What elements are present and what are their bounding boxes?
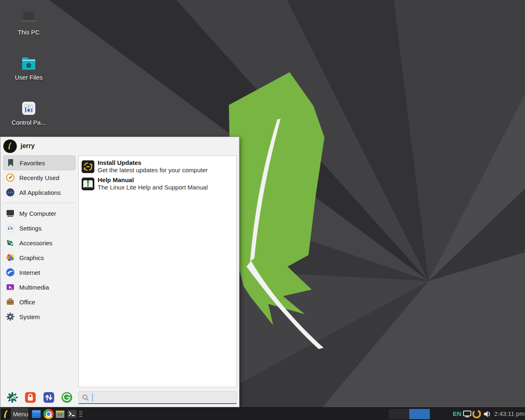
- user-avatar[interactable]: [3, 139, 17, 153]
- internet-globe-icon: [6, 268, 15, 277]
- sidebar-item-office[interactable]: Office: [3, 294, 75, 309]
- sidebar-item-multimedia[interactable]: Multimedia: [3, 280, 75, 294]
- sidebar-item-label: Recently Used: [19, 174, 59, 181]
- menu-header: jerry: [0, 137, 239, 155]
- sidebar-separator: [4, 203, 75, 203]
- desktop: This PC User Files Control Pa...: [0, 0, 525, 420]
- switch-user-button switch-arrows-icon[interactable]: [43, 392, 55, 403]
- whisker-menu: jerry Favorites Recently Used: [0, 137, 240, 407]
- sidebar-item-label: Multimedia: [19, 284, 49, 291]
- text-caret: [92, 393, 93, 402]
- sidebar-item-label: Graphics: [19, 254, 44, 261]
- graphics-icon: [6, 253, 15, 262]
- monitor-icon[interactable]: [463, 409, 472, 419]
- menu-apps-pane: Install Updates Get the latest updates f…: [78, 155, 237, 387]
- apps-grid-icon: [6, 188, 15, 197]
- desktop-icon-label: This PC: [6, 29, 51, 36]
- control-panel-sliders-icon: [20, 99, 38, 117]
- sidebar-item-favorites[interactable]: Favorites: [3, 155, 75, 170]
- desktop-icon-label: Control Pa...: [6, 119, 51, 126]
- speaker-icon[interactable]: [483, 409, 491, 419]
- computer-icon: [6, 209, 15, 218]
- clock-icon: [6, 173, 15, 182]
- search-bar[interactable]: [78, 391, 237, 404]
- taskbar-menu-button[interactable]: Menu: [0, 408, 29, 420]
- clock[interactable]: 2:43:11 pm: [494, 410, 525, 417]
- menu-sidebar: Favorites Recently Used All Applications: [0, 155, 78, 407]
- briefcase-icon: [6, 297, 15, 306]
- sidebar-item-label: All Applications: [19, 189, 61, 196]
- sidebar-item-label: System: [19, 313, 40, 320]
- app-title: Install Updates: [98, 159, 208, 167]
- desktop-icon-control-panel[interactable]: Control Pa...: [6, 99, 51, 126]
- desktop-icon-this-pc[interactable]: This PC: [6, 9, 51, 36]
- install-updates-icon: [81, 160, 95, 173]
- taskbar: Menu: [0, 407, 525, 420]
- bookmark-icon: [6, 158, 15, 167]
- app-subtitle: The Linux Lite Help and Support Manual: [98, 184, 208, 191]
- sidebar-item-all-applications[interactable]: All Applications: [3, 185, 75, 200]
- sidebar-item-label: Accessories: [19, 240, 52, 247]
- file-manager-icon[interactable]: [31, 409, 41, 419]
- multimedia-icon: [6, 283, 15, 292]
- app-title: Help Manual: [98, 176, 208, 184]
- workspace-1-active[interactable]: [409, 409, 430, 419]
- quit-button power-restart-icon[interactable]: [61, 392, 73, 403]
- app-subtitle: Get the latest updates for your computer: [98, 167, 208, 174]
- menu-button-label: Menu: [13, 411, 28, 418]
- linuxlite-feather-icon: [2, 410, 9, 419]
- home-folder-icon: [20, 54, 38, 72]
- desktop-icon-user-files[interactable]: User Files: [6, 54, 51, 81]
- sidebar-item-system[interactable]: System: [3, 309, 75, 324]
- lock-screen-button lock-icon[interactable]: [25, 392, 36, 403]
- app-item-install-updates[interactable]: Install Updates Get the latest updates f…: [80, 158, 235, 175]
- sidebar-item-settings[interactable]: Settings: [3, 221, 75, 235]
- sidebar-item-label: Internet: [19, 269, 40, 276]
- sidebar-item-label: Office: [19, 299, 35, 306]
- sidebar-item-graphics[interactable]: Graphics: [3, 250, 75, 265]
- sidebar-item-internet[interactable]: Internet: [3, 265, 75, 280]
- help-manual-icon: [81, 177, 95, 191]
- archive-box-icon[interactable]: [55, 409, 65, 419]
- sidebar-item-recently-used[interactable]: Recently Used: [3, 170, 75, 185]
- menu-actions: [0, 390, 78, 406]
- sidebar-item-my-computer[interactable]: My Computer: [3, 206, 75, 221]
- settings-manager-button gear-wrench-icon[interactable]: [7, 392, 18, 403]
- sidebar-item-label: Settings: [19, 225, 41, 232]
- terminal-icon[interactable]: [67, 409, 77, 419]
- update-arrows-icon[interactable]: [472, 409, 482, 419]
- sidebar-item-accessories[interactable]: Accessories: [3, 235, 75, 250]
- app-item-help-manual[interactable]: Help Manual The Linux Lite Help and Supp…: [80, 175, 235, 192]
- list-lines-icon[interactable]: [78, 409, 84, 419]
- sidebar-item-label: Favorites: [20, 160, 45, 167]
- gear-icon: [6, 312, 15, 321]
- chrome-icon[interactable]: [43, 409, 54, 419]
- desktop-icon-label: User Files: [6, 74, 51, 81]
- accessories-icon: [6, 238, 15, 247]
- sidebar-item-label: My Computer: [19, 210, 56, 217]
- search-icon: [82, 394, 89, 401]
- feather-avatar-icon: [6, 142, 15, 151]
- keyboard-layout-indicator[interactable]: EN: [453, 410, 461, 417]
- settings-sliders-icon: [6, 224, 15, 233]
- laptop-icon: [20, 9, 38, 27]
- username: jerry: [21, 142, 35, 150]
- workspace-2[interactable]: [389, 409, 409, 419]
